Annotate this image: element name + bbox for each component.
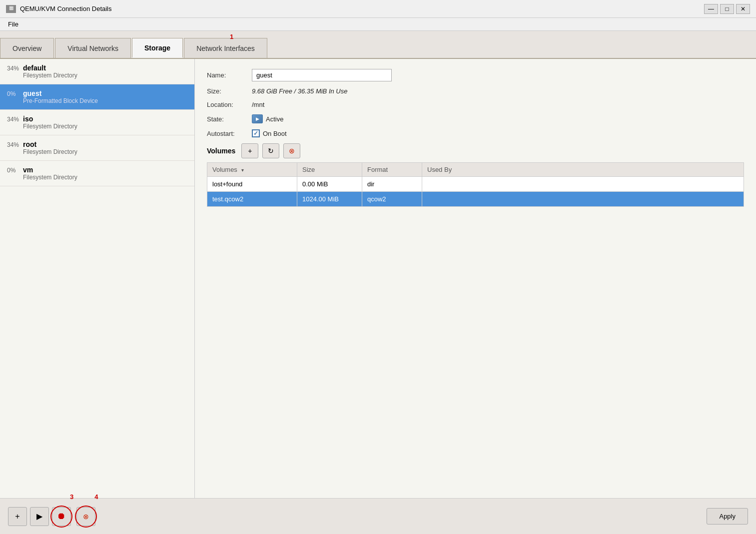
storage-item-guest-type: Pre-Formatted Block Device <box>23 97 187 104</box>
storage-item-vm-pct: 0% <box>7 166 23 174</box>
volume-row-lostfound[interactable]: lost+found 0.00 MiB dir <box>207 177 744 192</box>
tab-overview-label: Overview <box>12 44 41 52</box>
play-icon: ▶ <box>36 512 42 521</box>
col-header-format: Format <box>362 163 422 177</box>
tab-virtual-networks-label: Virtual Networks <box>67 44 118 52</box>
volume-format-lostfound: dir <box>362 177 422 192</box>
storage-item-default-pct: 34% <box>7 64 23 72</box>
volumes-title: Volumes <box>207 147 235 155</box>
volume-format-testqcow2: qcow2 <box>362 192 422 207</box>
add-pool-button[interactable]: + <box>8 507 27 526</box>
tab-network-interfaces[interactable]: Network Interfaces <box>184 38 267 58</box>
storage-item-iso-pct: 34% <box>7 115 23 123</box>
storage-detail-panel: Name: Size: 9.68 GiB Free / 36.35 MiB In… <box>195 59 756 498</box>
bottom-toolbar: + ▶ ⏺ 3 ⊗ 4 Apply <box>0 498 756 534</box>
size-value: 9.68 GiB Free / 36.35 MiB In Use <box>252 87 347 95</box>
volume-usedby-lostfound <box>422 177 744 192</box>
tab-bar: 1 Overview Virtual Networks Storage Netw… <box>0 31 756 59</box>
name-row: Name: <box>207 69 744 81</box>
refresh-icon: ↻ <box>268 147 274 155</box>
close-button[interactable]: ✕ <box>736 4 750 14</box>
state-icon <box>252 114 263 123</box>
annotation-4: 4 <box>94 493 98 501</box>
annotation-3: 3 <box>70 493 73 501</box>
stop-volume-button[interactable]: ⊗ <box>283 143 300 158</box>
name-input[interactable] <box>252 69 392 81</box>
file-menu[interactable]: File <box>4 19 22 29</box>
name-label: Name: <box>207 71 252 79</box>
storage-item-guest-info: guest Pre-Formatted Block Device <box>23 89 187 104</box>
title-bar: ▦ QEMU/KVM Connection Details — □ ✕ <box>0 0 756 18</box>
location-value: /mnt <box>252 101 264 108</box>
storage-item-root-pct: 34% <box>7 140 23 148</box>
tab-annotation-1: 1 <box>230 33 233 40</box>
state-value: Active <box>266 115 283 123</box>
storage-item-root[interactable]: 34% root Filesystem Directory <box>0 135 194 161</box>
storage-item-iso[interactable]: 34% iso Filesystem Directory <box>0 110 194 135</box>
storage-item-vm-info: vm Filesystem Directory <box>23 166 187 181</box>
minimize-button[interactable]: — <box>704 4 718 14</box>
add-volume-button[interactable]: + <box>241 143 258 158</box>
col-header-usedby: Used By <box>422 163 744 177</box>
main-content: 34% default Filesystem Directory 0% gues… <box>0 59 756 498</box>
storage-item-default[interactable]: 34% default Filesystem Directory <box>0 59 194 84</box>
autostart-checkbox[interactable] <box>252 129 260 137</box>
volume-size-testqcow2: 1024.00 MiB <box>297 192 362 207</box>
storage-item-guest-name: guest <box>23 89 187 97</box>
window-title: QEMU/KVM Connection Details <box>20 5 112 12</box>
size-row: Size: 9.68 GiB Free / 36.35 MiB In Use <box>207 87 744 95</box>
volumes-table: Volumes ▾ Size Format Used By los <box>207 162 744 207</box>
tab-virtual-networks[interactable]: Virtual Networks <box>55 38 131 58</box>
autostart-row: Autostart: On Boot <box>207 129 744 137</box>
stop-pool-icon: ⊗ <box>83 513 89 521</box>
storage-item-guest-pct: 0% <box>7 89 23 97</box>
storage-item-guest[interactable]: 0% guest Pre-Formatted Block Device <box>0 84 194 110</box>
volume-name-lostfound: lost+found <box>207 177 297 192</box>
location-label: Location: <box>207 101 252 108</box>
bottom-left-buttons: + ▶ ⏺ 3 ⊗ 4 <box>8 507 98 526</box>
plus-icon: + <box>15 512 19 521</box>
app-icon: ▦ <box>6 5 16 13</box>
storage-item-root-info: root Filesystem Directory <box>23 140 187 155</box>
tab-storage[interactable]: Storage <box>132 38 183 58</box>
record-icon: ⏺ <box>57 511 66 522</box>
stop-icon: ⊗ <box>289 147 295 155</box>
storage-item-vm-type: Filesystem Directory <box>23 174 187 181</box>
storage-item-vm[interactable]: 0% vm Filesystem Directory <box>0 161 194 186</box>
storage-item-iso-info: iso Filesystem Directory <box>23 115 187 130</box>
menu-bar: File <box>0 18 756 31</box>
storage-item-default-info: default Filesystem Directory <box>23 64 187 79</box>
autostart-value: On Boot <box>263 130 287 137</box>
size-label: Size: <box>207 87 252 95</box>
autostart-label: Autostart: <box>207 130 252 137</box>
start-pool-button[interactable]: ▶ <box>30 507 49 526</box>
storage-pool-list: 34% default Filesystem Directory 0% gues… <box>0 59 195 498</box>
maximize-button[interactable]: □ <box>720 4 734 14</box>
storage-item-default-name: default <box>23 64 187 72</box>
storage-item-default-type: Filesystem Directory <box>23 72 187 79</box>
storage-item-root-name: root <box>23 140 187 148</box>
refresh-volumes-button[interactable]: ↻ <box>262 143 279 158</box>
state-label: State: <box>207 115 252 123</box>
storage-item-root-type: Filesystem Directory <box>23 148 187 155</box>
col-header-volumes: Volumes ▾ <box>207 163 297 177</box>
storage-item-iso-name: iso <box>23 115 187 123</box>
location-row: Location: /mnt <box>207 101 744 108</box>
storage-item-vm-name: vm <box>23 166 187 174</box>
record-button[interactable]: ⏺ <box>52 507 71 526</box>
tab-storage-label: Storage <box>144 44 170 52</box>
volumes-header: Volumes + ↻ ⊗ <box>207 143 744 158</box>
apply-button[interactable]: Apply <box>707 508 748 525</box>
volume-name-testqcow2: test.qcow2 <box>207 192 297 207</box>
volume-size-lostfound: 0.00 MiB <box>297 177 362 192</box>
col-header-size: Size <box>297 163 362 177</box>
volume-row-testqcow2[interactable]: test.qcow2 1024.00 MiB qcow2 <box>207 192 744 207</box>
stop-pool-button[interactable]: ⊗ <box>76 507 95 526</box>
storage-item-iso-type: Filesystem Directory <box>23 123 187 130</box>
tab-network-interfaces-label: Network Interfaces <box>196 44 255 52</box>
state-row: State: Active <box>207 114 744 123</box>
volumes-sort-icon: ▾ <box>241 167 244 173</box>
tab-overview[interactable]: Overview <box>0 38 54 58</box>
volume-usedby-testqcow2 <box>422 192 744 207</box>
window-controls: — □ ✕ <box>704 4 750 14</box>
